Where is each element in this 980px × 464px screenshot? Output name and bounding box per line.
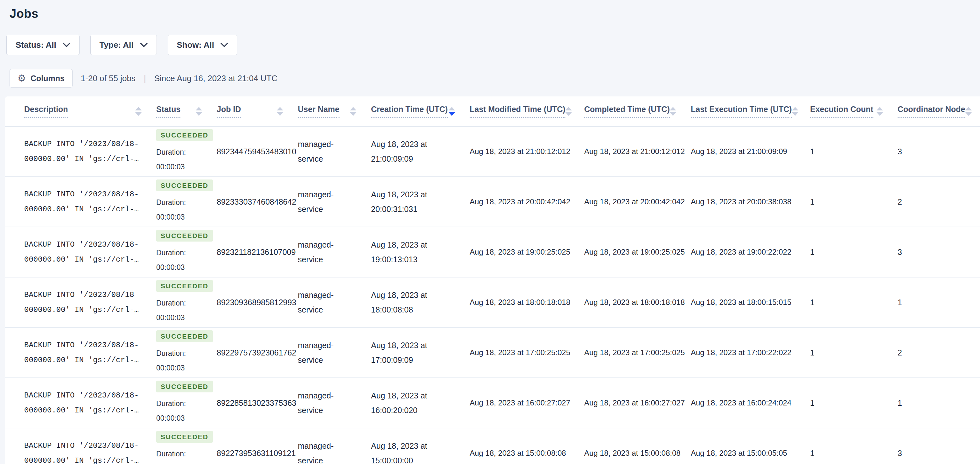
column-header-job-id[interactable]: Job ID — [217, 96, 298, 126]
duration-label: Duration: — [156, 346, 210, 360]
job-description-link[interactable]: BACKUP INTO '/2023/08/18-000000.00' IN '… — [24, 237, 147, 267]
duration-label: Duration: — [156, 446, 210, 461]
job-description-link[interactable]: BACKUP INTO '/2023/08/18-000000.00' IN '… — [24, 187, 147, 217]
column-header-status[interactable]: Status — [156, 96, 217, 126]
job-description-link[interactable]: BACKUP INTO '/2023/08/18-000000.00' IN '… — [24, 137, 147, 166]
job-id: 892297573923061762 — [217, 327, 298, 378]
sort-icon[interactable] — [196, 107, 202, 116]
sort-icon[interactable] — [350, 107, 356, 116]
coordinator-node: 1 — [897, 277, 980, 327]
execution-count: 1 — [810, 378, 897, 428]
completed-time: Aug 18, 2023 at 17:00:25:025 — [584, 327, 691, 378]
user-name: managed-service — [298, 137, 352, 166]
column-header-coordinator-node[interactable]: Coordinator Node — [897, 96, 980, 126]
page-title: Jobs — [10, 7, 980, 21]
status-badge: SUCCEEDED — [156, 381, 213, 392]
table-row: BACKUP INTO '/2023/08/18-000000.00' IN '… — [5, 327, 980, 378]
coordinator-node: 3 — [897, 126, 980, 177]
column-header-creation-time[interactable]: Creation Time (UTC) — [371, 96, 469, 126]
column-header-user-name[interactable]: User Name — [298, 96, 371, 126]
status-badge: SUCCEEDED — [156, 180, 213, 191]
creation-time: Aug 18, 2023 at 20:00:31:031 — [371, 187, 446, 217]
execution-count: 1 — [810, 177, 897, 227]
job-id: 892344759453483010 — [217, 126, 298, 177]
last-modified-time: Aug 18, 2023 at 17:00:25:025 — [469, 327, 584, 378]
job-description-link[interactable]: BACKUP INTO '/2023/08/18-000000.00' IN '… — [24, 438, 147, 464]
duration-label: Duration: — [156, 246, 210, 260]
column-header-last-modified-time[interactable]: Last Modified Time (UTC) — [469, 96, 584, 126]
show-filter-dropdown[interactable]: Show: All — [168, 35, 237, 55]
columns-button[interactable]: ⚙ Columns — [10, 69, 73, 88]
coordinator-node: 3 — [897, 227, 980, 277]
duration-value: 00:00:03 — [156, 210, 210, 224]
job-id: 892321182136107009 — [217, 227, 298, 277]
filter-bar: Status: All Type: All Show: All — [6, 35, 980, 55]
creation-time: Aug 18, 2023 at 21:00:09:09 — [371, 137, 446, 166]
sort-desc-icon[interactable] — [449, 107, 455, 116]
job-id: 892333037460848642 — [217, 177, 298, 227]
status-badge: SUCCEEDED — [156, 280, 213, 292]
status-filter-dropdown[interactable]: Status: All — [6, 35, 80, 55]
column-header-execution-count[interactable]: Execution Count — [810, 96, 897, 126]
job-id: 892273953631109121 — [217, 428, 298, 464]
completed-time: Aug 18, 2023 at 18:00:18:018 — [584, 277, 691, 327]
user-name: managed-service — [298, 438, 352, 464]
coordinator-node: 2 — [897, 327, 980, 378]
columns-button-label: Columns — [30, 74, 65, 83]
execution-count: 1 — [810, 428, 897, 464]
user-name: managed-service — [298, 238, 352, 267]
column-header-completed-time[interactable]: Completed Time (UTC) — [584, 96, 691, 126]
sort-icon[interactable] — [277, 107, 283, 116]
sort-icon[interactable] — [877, 107, 883, 116]
creation-time: Aug 18, 2023 at 19:00:13:013 — [371, 238, 446, 267]
sort-icon[interactable] — [966, 107, 972, 116]
status-badge: SUCCEEDED — [156, 330, 213, 342]
duration-label: Duration: — [156, 195, 210, 210]
gear-icon: ⚙ — [18, 73, 26, 83]
jobs-table-card: Description Status Job ID User Name Crea… — [5, 96, 980, 464]
job-description-link[interactable]: BACKUP INTO '/2023/08/18-000000.00' IN '… — [24, 388, 147, 418]
creation-time: Aug 18, 2023 at 18:00:08:08 — [371, 288, 446, 317]
execution-count: 1 — [810, 227, 897, 277]
last-execution-time: Aug 18, 2023 at 16:00:24:024 — [691, 378, 810, 428]
completed-time: Aug 18, 2023 at 20:00:42:042 — [584, 177, 691, 227]
status-filter-label: Status: All — [16, 40, 56, 50]
table-row: BACKUP INTO '/2023/08/18-000000.00' IN '… — [5, 378, 980, 428]
job-description-link[interactable]: BACKUP INTO '/2023/08/18-000000.00' IN '… — [24, 338, 147, 368]
last-execution-time: Aug 18, 2023 at 15:00:05:05 — [691, 428, 810, 464]
sort-icon[interactable] — [792, 107, 798, 116]
last-execution-time: Aug 18, 2023 at 20:00:38:038 — [691, 177, 810, 227]
last-execution-time: Aug 18, 2023 at 17:00:22:022 — [691, 327, 810, 378]
table-toolbar: ⚙ Columns 1-20 of 55 jobs | Since Aug 16… — [10, 69, 980, 88]
table-header-row: Description Status Job ID User Name Crea… — [5, 96, 980, 126]
sort-icon[interactable] — [565, 107, 572, 116]
creation-time: Aug 18, 2023 at 16:00:20:020 — [371, 388, 446, 418]
type-filter-dropdown[interactable]: Type: All — [91, 35, 157, 55]
job-description-link[interactable]: BACKUP INTO '/2023/08/18-000000.00' IN '… — [24, 287, 147, 317]
status-badge: SUCCEEDED — [156, 230, 213, 242]
table-row: BACKUP INTO '/2023/08/18-000000.00' IN '… — [5, 177, 980, 227]
duration-label: Duration: — [156, 296, 210, 310]
jobs-count-text: 1-20 of 55 jobs — [81, 73, 135, 83]
user-name: managed-service — [298, 338, 352, 367]
sort-icon[interactable] — [670, 107, 676, 116]
duration-value: 00:00:03 — [156, 260, 210, 275]
last-modified-time: Aug 18, 2023 at 15:00:08:08 — [469, 428, 584, 464]
execution-count: 1 — [810, 277, 897, 327]
completed-time: Aug 18, 2023 at 19:00:25:025 — [584, 227, 691, 277]
column-header-last-execution-time[interactable]: Last Execution Time (UTC) — [691, 96, 810, 126]
duration-value: 00:00:03 — [156, 159, 210, 174]
creation-time: Aug 18, 2023 at 15:00:00:00 — [371, 438, 446, 464]
coordinator-node: 1 — [897, 378, 980, 428]
last-modified-time: Aug 18, 2023 at 20:00:42:042 — [469, 177, 584, 227]
show-filter-label: Show: All — [177, 40, 214, 50]
status-badge: SUCCEEDED — [156, 129, 213, 141]
job-id: 892309368985812993 — [217, 277, 298, 327]
coordinator-node: 2 — [897, 177, 980, 227]
execution-count: 1 — [810, 327, 897, 378]
sort-icon[interactable] — [135, 107, 142, 116]
column-header-description[interactable]: Description — [5, 96, 156, 126]
last-modified-time: Aug 18, 2023 at 18:00:18:018 — [469, 277, 584, 327]
last-modified-time: Aug 18, 2023 at 16:00:27:027 — [469, 378, 584, 428]
table-row: BACKUP INTO '/2023/08/18-000000.00' IN '… — [5, 227, 980, 277]
